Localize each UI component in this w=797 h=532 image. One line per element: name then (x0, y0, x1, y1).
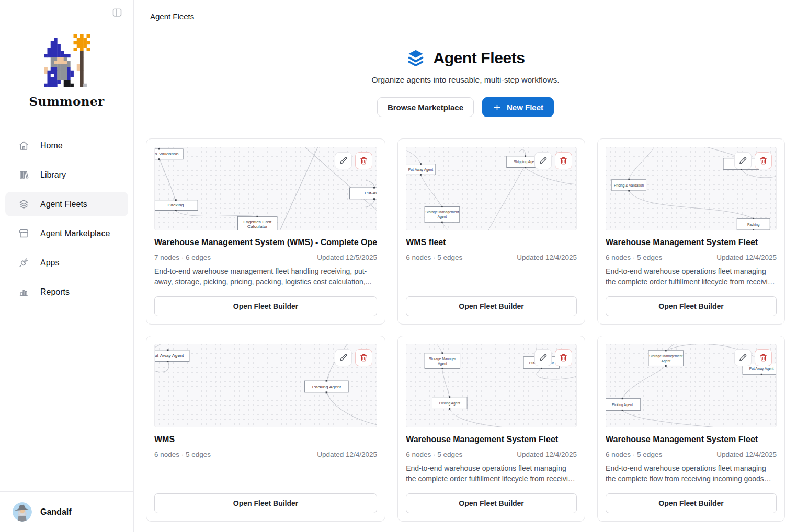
edit-fleet-button[interactable] (534, 152, 552, 169)
sidebar-item-library[interactable]: Library (5, 163, 128, 187)
sidebar-item-label: Apps (40, 258, 59, 268)
plus-icon (493, 103, 502, 112)
fleet-description: End-to-end warehouse management fleet ha… (154, 266, 377, 287)
trash-icon (359, 353, 368, 362)
svg-text:Storage Management: Storage Management (426, 210, 459, 214)
svg-text:Logistics Cost: Logistics Cost (243, 220, 272, 224)
fleet-node-count: 6 nodes · 5 edges (606, 253, 662, 261)
home-icon (18, 140, 29, 151)
fleet-preview: Storage ManagementAgentPut Away AgentPic… (606, 344, 777, 427)
pencil-icon (738, 156, 747, 165)
delete-fleet-button[interactable] (755, 152, 772, 169)
sidebar: Summoner Home Library Agent Fleets Agent… (0, 0, 134, 532)
edit-fleet-button[interactable] (335, 152, 352, 169)
fleet-grid: Pricing & ValidationPackingLogistics Cos… (146, 138, 785, 522)
svg-text:Pricing & Validation: Pricing & Validation (614, 183, 644, 187)
sidebar-nav: Home Library Agent Fleets Agent Marketpl… (0, 133, 133, 304)
sidebar-item-label: Agent Fleets (40, 200, 87, 209)
edit-fleet-button[interactable] (534, 349, 552, 366)
sidebar-item-home[interactable]: Home (5, 133, 128, 158)
library-icon (18, 169, 29, 180)
browse-marketplace-button[interactable]: Browse Marketplace (377, 97, 474, 117)
svg-text:Packing: Packing (168, 203, 184, 207)
fleet-updated: Updated 12/4/2025 (517, 253, 577, 261)
main: Agent Fleets Agent Fleets Organize agent… (134, 0, 797, 532)
svg-text:Picking Agent: Picking Agent (439, 401, 460, 405)
fleet-card: Pricing & ValidationPackingLogistics Cos… (146, 138, 385, 325)
sidebar-item-reports[interactable]: Reports (5, 280, 128, 304)
open-fleet-builder-button[interactable]: Open Fleet Builder (606, 493, 777, 513)
edit-fleet-button[interactable] (335, 349, 352, 366)
fleet-description: End-to-end warehouse operations fleet ma… (606, 266, 777, 287)
plug-icon (18, 257, 29, 268)
svg-text:Picking Agent: Picking Agent (612, 402, 633, 407)
fleet-updated: Updated 12/4/2025 (716, 253, 777, 261)
svg-text:Packing: Packing (747, 222, 760, 226)
fleet-title: Warehouse Management System Fleet (606, 238, 777, 247)
pencil-icon (539, 156, 548, 165)
fleet-description: End-to-end warehouse operations fleet ma… (406, 463, 577, 484)
pencil-icon (339, 156, 348, 165)
svg-text:Storage Management: Storage Management (649, 354, 682, 358)
fleet-node-count: 6 nodes · 5 edges (406, 253, 462, 261)
sidebar-item-label: Reports (40, 287, 70, 297)
delete-fleet-button[interactable] (555, 152, 572, 169)
panel-left-icon (112, 7, 122, 18)
svg-text:Calculator: Calculator (247, 225, 268, 229)
sidebar-item-label: Home (40, 141, 63, 151)
topbar: Agent Fleets (134, 0, 797, 33)
sidebar-item-label: Library (40, 170, 66, 180)
user-name: Gandalf (40, 507, 72, 517)
svg-text:Agent: Agent (438, 361, 447, 365)
delete-fleet-button[interactable] (355, 152, 372, 169)
fleet-card: Storage ManagerAgentPut-Away AgentPickin… (397, 336, 585, 522)
edit-fleet-button[interactable] (734, 152, 752, 169)
fleet-preview: Storage ManagerAgentPut-Away AgentPickin… (406, 344, 577, 427)
fleet-title: WMS fleet (406, 238, 577, 247)
fleet-preview: Put-Away AgentPacking Agent (154, 344, 377, 427)
open-fleet-builder-button[interactable]: Open Fleet Builder (606, 296, 777, 316)
pencil-icon (339, 353, 348, 362)
svg-text:Put-Away Agent: Put-Away Agent (408, 167, 433, 171)
fleet-card: Storage ManagementAgentPut Away AgentPic… (597, 336, 785, 522)
fleets-layers-icon (406, 49, 426, 67)
user-menu[interactable]: Gandalf (0, 491, 133, 532)
summoner-logo (41, 34, 93, 87)
sidebar-item-agent-marketplace[interactable]: Agent Marketplace (5, 221, 128, 246)
fleet-preview: Put-Away AgentStorage ManagementAgentShi… (406, 147, 577, 230)
fleet-node-count: 7 nodes · 6 edges (154, 253, 211, 261)
delete-fleet-button[interactable] (355, 349, 372, 366)
fleet-updated: Updated 12/4/2025 (517, 450, 577, 458)
fleet-preview: Pricing & ValidationPut-AwayPacking (606, 147, 777, 230)
breadcrumb: Agent Fleets (150, 12, 194, 21)
svg-text:Put Away Agent: Put Away Agent (749, 367, 774, 371)
pencil-icon (738, 353, 747, 362)
sidebar-toggle-button[interactable] (111, 7, 123, 19)
open-fleet-builder-button[interactable]: Open Fleet Builder (406, 493, 577, 513)
fleet-updated: Updated 12/4/2025 (716, 450, 777, 458)
fleet-updated: Updated 12/4/2025 (317, 450, 377, 458)
sidebar-item-agent-fleets[interactable]: Agent Fleets (5, 192, 128, 216)
page-title: Agent Fleets (433, 49, 525, 67)
edit-fleet-button[interactable] (734, 349, 752, 366)
open-fleet-builder-button[interactable]: Open Fleet Builder (406, 296, 577, 316)
avatar (13, 502, 32, 522)
page-subtitle: Organize agents into reusable, multi-ste… (146, 75, 785, 85)
svg-text:Agent: Agent (662, 358, 670, 363)
open-fleet-builder-button[interactable]: Open Fleet Builder (154, 296, 377, 316)
fleet-updated: Updated 12/5/2025 (317, 253, 377, 261)
fleet-node-count: 6 nodes · 5 edges (154, 450, 211, 458)
delete-fleet-button[interactable] (555, 349, 572, 366)
new-fleet-button[interactable]: New Fleet (482, 97, 554, 117)
fleet-card: Put-Away AgentStorage ManagementAgentShi… (397, 138, 585, 325)
open-fleet-builder-button[interactable]: Open Fleet Builder (154, 493, 377, 513)
sidebar-item-label: Agent Marketplace (40, 229, 110, 238)
svg-text:Storage Manager: Storage Manager (429, 356, 456, 361)
delete-fleet-button[interactable] (755, 349, 772, 366)
fleet-title: Warehouse Management System Fleet (606, 435, 777, 444)
svg-text:Put-Away Agent: Put-Away Agent (155, 354, 184, 358)
trash-icon (559, 156, 568, 165)
sidebar-item-apps[interactable]: Apps (5, 250, 128, 275)
fleet-card: Pricing & ValidationPut-AwayPacking Ware… (597, 138, 785, 325)
fleet-title: WMS (154, 435, 377, 444)
